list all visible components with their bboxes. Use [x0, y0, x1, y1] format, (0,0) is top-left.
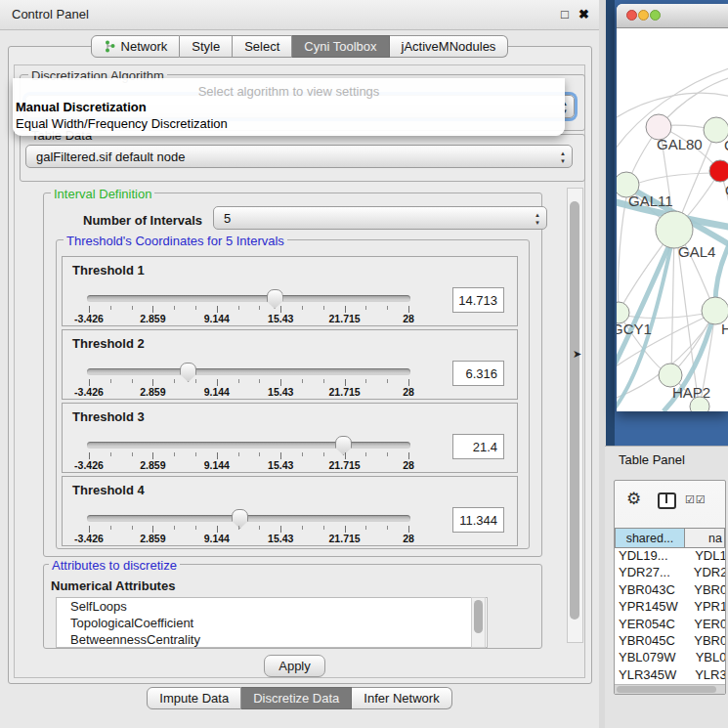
attributes-list-scrollbar[interactable] — [471, 597, 486, 648]
threshold-value-field[interactable]: 6.316 — [452, 361, 504, 386]
slider-tick — [408, 306, 409, 313]
group-legend: Interval Definition — [51, 187, 154, 201]
slider-tick-label: 9.144 — [204, 386, 230, 398]
network-node-unnamed[interactable] — [690, 397, 709, 411]
table-row[interactable]: YDL19...YDL1 — [615, 548, 725, 565]
minimize-traffic-light[interactable] — [638, 10, 649, 21]
close-icon[interactable]: ✖ — [578, 7, 589, 21]
tab-label: Infer Network — [364, 688, 439, 708]
threshold-panel: Threshold 3-3.4262.8599.14415.4321.71528… — [62, 403, 518, 473]
tab-style[interactable]: Style — [180, 35, 233, 58]
slider-tick — [110, 379, 111, 383]
table-row[interactable]: YPR145WYPR1 — [615, 599, 725, 616]
slider-tick — [217, 452, 218, 459]
slider-thumb[interactable] — [180, 363, 196, 382]
gear-icon[interactable]: ⚙ — [626, 489, 641, 508]
slider-tick-label: 15.43 — [268, 459, 293, 471]
slider-tick — [110, 452, 111, 456]
tab-label: Cyni Toolbox — [304, 36, 376, 57]
tab-infer-network[interactable]: Infer Network — [352, 687, 451, 709]
table-row[interactable]: YBR045CYBR0 — [615, 633, 725, 650]
float-window-icon[interactable]: □ — [561, 7, 569, 21]
algorithm-option-manual-discretization[interactable]: Manual Discretization — [13, 99, 565, 115]
table-row[interactable]: YDR27...YDR2 — [615, 565, 725, 581]
slider-tick — [174, 452, 175, 456]
slider-tick — [259, 306, 260, 310]
tab-select[interactable]: Select — [233, 35, 292, 58]
scrollbar-thumb[interactable] — [570, 201, 579, 620]
slider-tick — [345, 306, 346, 313]
slider-track[interactable] — [87, 368, 410, 375]
cell-shared-name: YBR043C — [615, 582, 684, 599]
attributes-list[interactable]: SelfLoopsTopologicalCoefficientBetweenne… — [56, 597, 488, 648]
slider-tick — [259, 452, 260, 456]
threshold-value-field[interactable]: 21.4 — [452, 434, 504, 459]
network-window-titlebar[interactable] — [617, 4, 728, 28]
column-header-name[interactable]: na — [685, 528, 725, 548]
table-panel-title: Table Panel — [619, 452, 685, 467]
tab-label: jActiveMNodules — [402, 36, 496, 57]
slider-tick — [302, 306, 303, 310]
slider-tick — [280, 306, 281, 313]
checkbox-columns-icon[interactable]: ☑☑ — [685, 493, 707, 506]
close-traffic-light[interactable] — [626, 10, 637, 21]
slider-tick — [323, 379, 324, 383]
panel-title: Control Panel — [12, 7, 89, 21]
threshold-label: Threshold 2 — [72, 336, 145, 351]
table-data-combo[interactable]: galFiltered.sif default node ▲▼ — [25, 145, 573, 168]
threshold-panel: Threshold 1-3.4262.8599.14415.4321.71528… — [62, 256, 518, 326]
table-header-row: shared... na — [615, 528, 725, 548]
slider-tick — [345, 379, 346, 386]
tab-discretize-data[interactable]: Discretize Data — [241, 687, 352, 709]
network-window[interactable]: GAL80GACGAL11GAL4GCY1HHAP2 — [617, 4, 728, 411]
column-header-shared-name[interactable]: shared... — [615, 528, 685, 548]
table-row[interactable]: YER054CYER0 — [615, 617, 725, 633]
slider-tick-label: 2.859 — [140, 386, 165, 398]
scrollbar-thumb[interactable] — [617, 686, 716, 693]
slider-tick — [89, 452, 90, 459]
slider-track[interactable] — [87, 515, 410, 522]
table-data-combo-value: galFiltered.sif default node — [36, 150, 185, 164]
tab-impute-data[interactable]: Impute Data — [147, 687, 241, 709]
threshold-label: Threshold 3 — [72, 409, 145, 424]
algorithm-option-equal-width-frequency-discretization[interactable]: Equal Width/Frequency Discretization — [13, 115, 565, 132]
attribute-item-selfloops[interactable]: SelfLoops — [57, 598, 487, 615]
threshold-value-field[interactable]: 11.344 — [452, 507, 504, 533]
tab-cyni-toolbox[interactable]: Cyni Toolbox — [292, 35, 389, 58]
number-of-intervals-combo[interactable]: 5 ▲▼ — [213, 206, 547, 230]
apply-button[interactable]: Apply — [264, 655, 325, 677]
slider-tick — [302, 379, 303, 383]
attribute-item-betweennesscentrality[interactable]: BetweennessCentrality — [57, 631, 487, 648]
network-node-c[interactable] — [709, 160, 728, 182]
table-row[interactable]: YBR043CYBR0 — [615, 582, 725, 599]
split-table-icon[interactable] — [658, 492, 676, 509]
table-row[interactable]: YBL079WYBL0 — [615, 650, 725, 666]
tab-jactivemnodules[interactable]: jActiveMNodules — [390, 35, 509, 58]
slider-tick — [280, 526, 281, 533]
slider-tick — [132, 379, 133, 383]
panel-vertical-scrollbar[interactable] — [567, 188, 583, 643]
slider-tick — [195, 379, 196, 383]
slider-tick — [345, 526, 346, 533]
table-row[interactable]: YLR345WYLR3 — [615, 667, 725, 684]
slider-tick-label: 21.715 — [329, 533, 361, 544]
slider-thumb[interactable] — [335, 436, 352, 455]
slider-track[interactable] — [87, 442, 410, 449]
table-horizontal-scrollbar[interactable] — [615, 684, 725, 694]
cell-shared-name: YDL19... — [615, 548, 685, 565]
threshold-value-field[interactable]: 14.713 — [452, 287, 504, 313]
slider-tick — [195, 452, 196, 456]
slider-tick-label: -3.426 — [74, 313, 104, 324]
slider-tick — [238, 306, 239, 310]
tab-network[interactable]: Network — [91, 35, 181, 58]
attribute-item-topologicalcoefficient[interactable]: TopologicalCoefficient — [57, 615, 487, 631]
slider-thumb[interactable] — [232, 509, 248, 529]
slider-tick — [174, 379, 175, 383]
slider-tick — [323, 526, 324, 530]
slider-tick-label: -3.426 — [74, 386, 104, 398]
slider-track[interactable] — [87, 295, 410, 302]
network-edge-thick — [617, 232, 675, 372]
tab-label: Network — [121, 36, 168, 57]
network-canvas[interactable]: GAL80GACGAL11GAL4GCY1HHAP2 — [617, 28, 728, 411]
zoom-traffic-light[interactable] — [650, 10, 661, 21]
